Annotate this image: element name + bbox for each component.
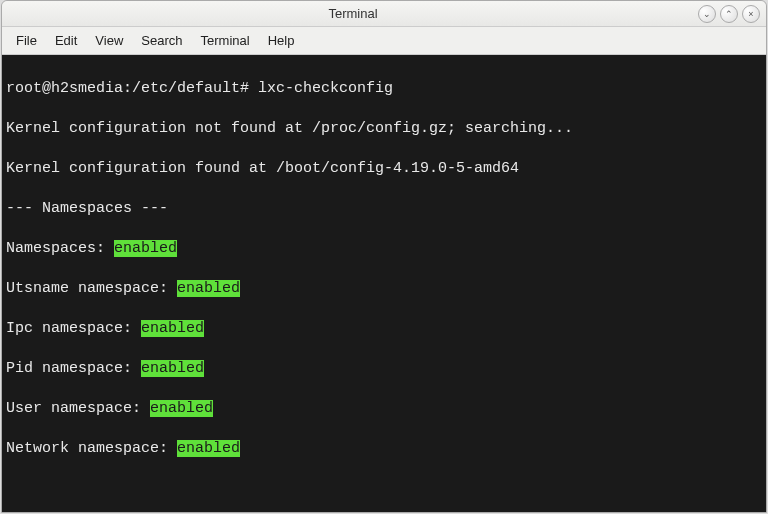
minimize-button[interactable]: ⌄ — [698, 5, 716, 23]
label: Network namespace: — [6, 440, 177, 457]
menubar: File Edit View Search Terminal Help — [2, 27, 766, 55]
titlebar[interactable]: Terminal ⌄ ⌃ × — [2, 1, 766, 27]
window-buttons: ⌄ ⌃ × — [698, 5, 760, 23]
menu-edit[interactable]: Edit — [47, 31, 85, 50]
chevron-up-icon: ⌃ — [725, 9, 733, 19]
prompt: root@h2smedia:/etc/default# — [6, 80, 258, 97]
label: Namespaces: — [6, 240, 114, 257]
status-enabled: enabled — [177, 440, 240, 457]
output-line: root@h2smedia:/etc/default# lxc-checkcon… — [6, 79, 762, 99]
status-enabled: enabled — [114, 240, 177, 257]
status-enabled: enabled — [150, 400, 213, 417]
close-button[interactable]: × — [742, 5, 760, 23]
output-line: Kernel configuration found at /boot/conf… — [6, 159, 762, 179]
output-line: Namespaces: enabled — [6, 239, 762, 259]
output-line: Pid namespace: enabled — [6, 359, 762, 379]
label: User namespace: — [6, 400, 150, 417]
menu-view[interactable]: View — [87, 31, 131, 50]
menu-terminal[interactable]: Terminal — [193, 31, 258, 50]
menu-file[interactable]: File — [8, 31, 45, 50]
label: Ipc namespace: — [6, 320, 141, 337]
status-enabled: enabled — [141, 320, 204, 337]
menu-help[interactable]: Help — [260, 31, 303, 50]
maximize-button[interactable]: ⌃ — [720, 5, 738, 23]
status-enabled: enabled — [141, 360, 204, 377]
output-line: User namespace: enabled — [6, 399, 762, 419]
terminal-body[interactable]: root@h2smedia:/etc/default# lxc-checkcon… — [2, 55, 766, 512]
status-enabled: enabled — [177, 280, 240, 297]
menu-search[interactable]: Search — [133, 31, 190, 50]
window-title: Terminal — [8, 6, 698, 21]
output-line: Utsname namespace: enabled — [6, 279, 762, 299]
command: lxc-checkconfig — [258, 80, 393, 97]
output-line: Kernel configuration not found at /proc/… — [6, 119, 762, 139]
output-line: Network namespace: enabled — [6, 439, 762, 459]
terminal-window: Terminal ⌄ ⌃ × File Edit View Search Ter… — [1, 0, 767, 513]
chevron-down-icon: ⌄ — [703, 9, 711, 19]
close-icon: × — [748, 9, 753, 19]
label: Pid namespace: — [6, 360, 141, 377]
label: Utsname namespace: — [6, 280, 177, 297]
blank-line — [6, 479, 762, 499]
output-line: Ipc namespace: enabled — [6, 319, 762, 339]
section-header: --- Namespaces --- — [6, 199, 762, 219]
